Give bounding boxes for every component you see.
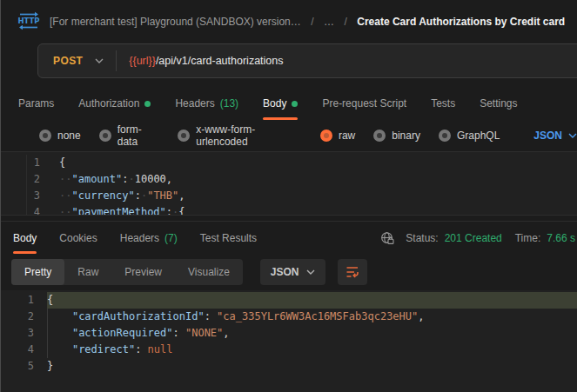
tab-params[interactable]: Params	[18, 87, 54, 120]
method-selector[interactable]	[95, 58, 116, 63]
tab-headers[interactable]: Headers(7)	[120, 222, 178, 254]
mode-label: binary	[392, 130, 420, 142]
view-raw[interactable]: Raw	[64, 259, 111, 285]
token: ,	[223, 327, 229, 339]
view-preview[interactable]: Preview	[111, 259, 175, 285]
token: :	[166, 206, 172, 216]
body-mode-graphql[interactable]: GraphQL	[439, 130, 500, 142]
response-language-label: JSON	[271, 266, 299, 278]
tab-authorization[interactable]: Authorization	[78, 87, 151, 120]
body-mode-binary[interactable]: binary	[373, 130, 420, 142]
token: ,	[178, 189, 185, 202]
url-bar: POST {{url}}/api/v1/card-authorizations	[37, 43, 577, 78]
body-language-label: JSON	[533, 130, 562, 142]
token: :	[135, 343, 147, 355]
token: ,	[166, 173, 172, 185]
token: :	[205, 310, 217, 322]
breadcrumb-collection[interactable]: [For merchant test] Playground (SANDBOX)…	[50, 16, 301, 28]
body-mode-raw[interactable]: raw	[320, 130, 355, 142]
code-text: "cardAuthorizationId": "ca_335YLr6WW3Ac1…	[47, 309, 577, 325]
token: ·	[128, 173, 134, 185]
token: "currency"	[71, 189, 134, 202]
mode-label: GraphQL	[457, 130, 500, 142]
tab-count: (7)	[164, 232, 178, 244]
mode-label: none	[57, 130, 81, 142]
url-input[interactable]: {{url}}/api/v1/card-authorizations	[117, 55, 283, 67]
tab-body[interactable]: Body	[263, 87, 298, 120]
tab-pre-request-script[interactable]: Pre-request Script	[322, 87, 406, 120]
tab-count: (13)	[220, 97, 238, 110]
line-number: 5	[1, 358, 34, 375]
token: ··	[59, 189, 71, 202]
response-body-editor[interactable]: 1{2 "cardAuthorizationId": "ca_335YLr6WW…	[1, 290, 577, 392]
body-mode-form-data[interactable]: form-data	[99, 123, 160, 148]
tab-body[interactable]: Body	[13, 222, 37, 254]
token: }	[47, 360, 53, 372]
time-value: 7.66 s	[547, 232, 575, 244]
tab-label: Body	[13, 232, 37, 244]
green-dot-icon	[144, 101, 151, 107]
line-number: 3	[1, 325, 34, 342]
code-text: ··"currency":·"THB",	[59, 188, 577, 204]
code-line: 3 "actionRequired": "NONE",	[1, 325, 577, 342]
tab-headers[interactable]: Headers(13)	[175, 87, 238, 120]
radio-icon	[39, 130, 51, 142]
request-body-editor[interactable]: 1{2··"amount":·10000,3··"currency":·"THB…	[1, 151, 577, 216]
code-line: 2 "cardAuthorizationId": "ca_335YLr6WW3A…	[1, 309, 577, 325]
line-number: 2	[27, 171, 40, 188]
response-view-switcher: PrettyRawPreviewVisualize	[11, 259, 243, 285]
tab-label: Body	[263, 97, 286, 110]
breadcrumb-collapsed[interactable]: …	[324, 16, 334, 28]
status-value: 201 Created	[445, 232, 502, 244]
tab-label: Params	[18, 97, 54, 110]
code-text: "redirect": null	[47, 342, 577, 358]
token: "THB"	[147, 189, 178, 202]
line-number: 4	[27, 204, 40, 216]
request-tabs: ParamsAuthorizationHeaders(13)BodyPre-re…	[1, 87, 577, 120]
response-tabs: BodyCookiesHeaders(7)Test Results Status…	[1, 221, 577, 254]
line-number: 3	[27, 188, 40, 204]
network-globe-lock-icon[interactable]	[380, 231, 394, 245]
wrap-line-button[interactable]	[338, 259, 367, 285]
tab-settings[interactable]: Settings	[480, 87, 517, 120]
code-line: 1{	[27, 155, 577, 171]
token: :	[135, 189, 141, 202]
token: ··	[59, 173, 71, 185]
breadcrumb-request-name: Create Card Authorizations by Credit car…	[357, 16, 565, 28]
view-visualize[interactable]: Visualize	[175, 259, 243, 285]
tab-test-results[interactable]: Test Results	[200, 222, 257, 254]
tab-label: Settings	[480, 97, 517, 110]
code-text: }	[47, 358, 577, 375]
code-line: 3··"currency":·"THB",	[27, 188, 577, 204]
line-number: 1	[1, 292, 34, 309]
breadcrumb-separator: /	[344, 16, 346, 28]
url-variable: {{url}}	[129, 55, 156, 67]
response-language-dropdown[interactable]: JSON	[260, 259, 325, 285]
token: "actionRequired"	[72, 327, 173, 339]
body-language-dropdown[interactable]: JSON	[533, 130, 577, 142]
tab-label: Authorization	[78, 97, 139, 110]
body-mode-row: noneform-datax-www-form-urlencodedrawbin…	[1, 120, 577, 151]
tab-label: Tests	[431, 97, 455, 110]
token: "NONE"	[185, 327, 223, 339]
green-dot-icon	[292, 101, 298, 107]
view-pretty[interactable]: Pretty	[11, 259, 64, 285]
token: "redirect"	[72, 343, 135, 355]
tab-label: Headers	[175, 97, 214, 110]
code-text: ··"amount":·10000,	[59, 171, 577, 188]
body-mode-x-www-form-urlencoded[interactable]: x-www-form-urlencoded	[178, 123, 302, 148]
token	[47, 327, 72, 339]
token: {	[47, 294, 53, 306]
body-mode-none[interactable]: none	[39, 130, 81, 142]
status-label: Status:	[406, 232, 438, 244]
wrap-line-icon	[346, 266, 359, 278]
tab-tests[interactable]: Tests	[431, 87, 455, 120]
code-line: 2··"amount":·10000,	[27, 171, 577, 188]
code-line: 5}	[1, 358, 577, 375]
token: {	[59, 156, 65, 169]
tab-cookies[interactable]: Cookies	[59, 222, 97, 254]
token	[47, 343, 72, 355]
token: "amount"	[71, 173, 122, 185]
method-selector-label[interactable]: POST	[38, 55, 95, 67]
url-path: /api/v1/card-authorizations	[156, 55, 284, 67]
